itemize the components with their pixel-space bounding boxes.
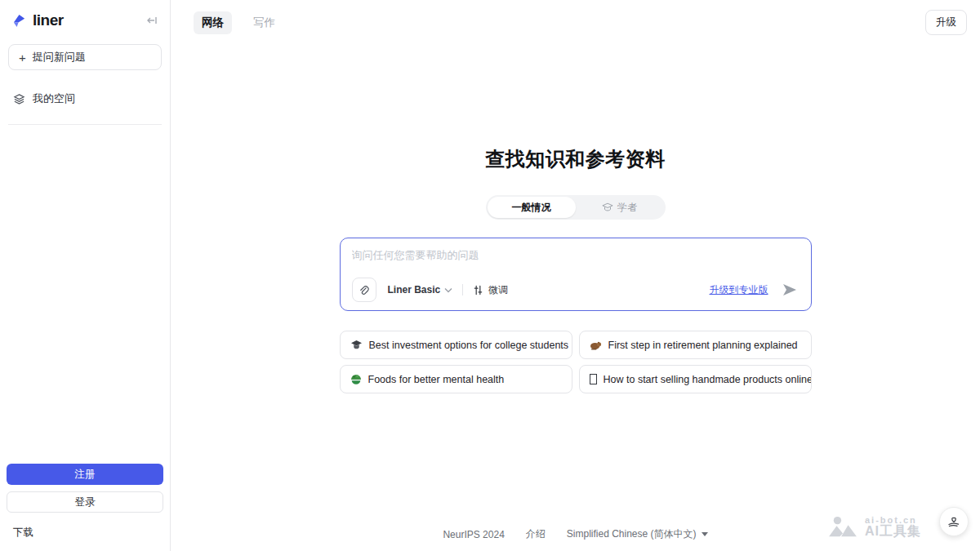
liner-logo-icon [11, 13, 27, 29]
search-input[interactable] [352, 248, 800, 276]
toggle-general-label: 一般情况 [512, 201, 551, 215]
finetune-label: 微调 [488, 283, 508, 297]
model-selector[interactable]: Liner Basic [388, 284, 453, 295]
plus-icon: + [19, 51, 26, 64]
upgrade-button[interactable]: 升级 [925, 10, 967, 35]
suggestion-label: How to start selling handmade products o… [604, 374, 812, 385]
salad-bowl-icon [350, 374, 362, 385]
language-selector[interactable]: Simplified Chinese (简体中文) [567, 527, 708, 541]
sidebar-header: liner [8, 11, 162, 29]
signup-button[interactable]: 注册 [7, 464, 163, 485]
sliders-icon [473, 285, 483, 295]
brand-name: liner [33, 11, 64, 29]
suggestion-label: Best investment options for college stud… [369, 340, 569, 351]
sidebar-item-my-space[interactable]: 我的空间 [8, 88, 162, 109]
ai-bot-logo-icon [827, 515, 858, 540]
center-column: 查找知识和参考资料 一般情况 学者 [340, 35, 812, 393]
sidebar-divider [8, 124, 162, 125]
topbar: 网络 写作 升级 [171, 0, 980, 35]
main-area: 网络 写作 升级 查找知识和参考资料 一般情况 学者 [171, 0, 980, 551]
watermark-title: AI工具集 [865, 525, 921, 539]
tab-write[interactable]: 写作 [245, 11, 283, 34]
my-space-label: 我的空间 [33, 91, 75, 106]
suggestion-label: First step in retirement planning explai… [608, 340, 798, 351]
download-link[interactable]: 下载 [7, 526, 33, 540]
upgrade-to-pro-link[interactable]: 升级到专业版 [710, 283, 768, 297]
login-button[interactable]: 登录 [7, 491, 163, 513]
mode-tabs: 网络 写作 [194, 11, 283, 34]
graduation-cap-outline-icon [602, 202, 613, 212]
feedback-fab-button[interactable] [939, 507, 969, 536]
send-button[interactable] [780, 281, 800, 299]
app-window: liner + 提问新问题 我的空间 注册 [0, 0, 980, 551]
paperclip-icon [358, 284, 370, 296]
model-name: Liner Basic [388, 284, 441, 295]
search-mode-toggle: 一般情况 学者 [486, 195, 666, 220]
toggle-scholar-label: 学者 [617, 201, 637, 215]
finetune-button[interactable]: 微调 [473, 283, 508, 297]
language-label: Simplified Chinese (简体中文) [567, 527, 697, 541]
beaver-icon [590, 340, 602, 350]
page-title: 查找知识和参考资料 [340, 146, 812, 172]
heart-in-hand-icon [946, 513, 962, 530]
send-arrow-icon [782, 282, 798, 297]
suggestion-card[interactable]: Best investment options for college stud… [340, 331, 572, 359]
sidebar: liner + 提问新问题 我的空间 注册 [0, 0, 171, 551]
liner-logo[interactable]: liner [11, 11, 64, 29]
search-controls: Liner Basic [352, 278, 800, 302]
ai-bot-watermark: ai-bot.cn AI工具集 [827, 515, 921, 540]
suggestion-label: Foods for better mental health [368, 374, 505, 385]
footer-neurips-link[interactable]: NeurIPS 2024 [443, 529, 504, 540]
graduation-cap-icon [350, 340, 363, 350]
missing-glyph-box-icon [590, 374, 597, 384]
suggestion-card[interactable]: Foods for better mental health [340, 365, 572, 393]
toggle-general[interactable]: 一般情况 [488, 197, 576, 218]
footer-intro-link[interactable]: 介绍 [526, 527, 546, 541]
attach-file-button[interactable] [352, 278, 376, 302]
suggestion-card[interactable]: How to start selling handmade products o… [579, 365, 812, 393]
suggestion-cards: Best investment options for college stud… [340, 331, 812, 393]
toggle-scholar[interactable]: 学者 [576, 197, 664, 218]
search-box: Liner Basic [340, 238, 812, 311]
collapse-sidebar-icon[interactable] [145, 14, 158, 27]
controls-divider [462, 284, 463, 295]
tab-web[interactable]: 网络 [194, 11, 232, 34]
caret-down-icon [702, 532, 708, 536]
new-question-label: 提问新问题 [33, 50, 86, 64]
new-question-button[interactable]: + 提问新问题 [8, 44, 162, 70]
chevron-down-icon [444, 287, 452, 293]
layers-icon [13, 93, 25, 105]
suggestion-card[interactable]: First step in retirement planning explai… [579, 331, 812, 359]
sidebar-bottom: 注册 登录 下载 [7, 464, 163, 540]
